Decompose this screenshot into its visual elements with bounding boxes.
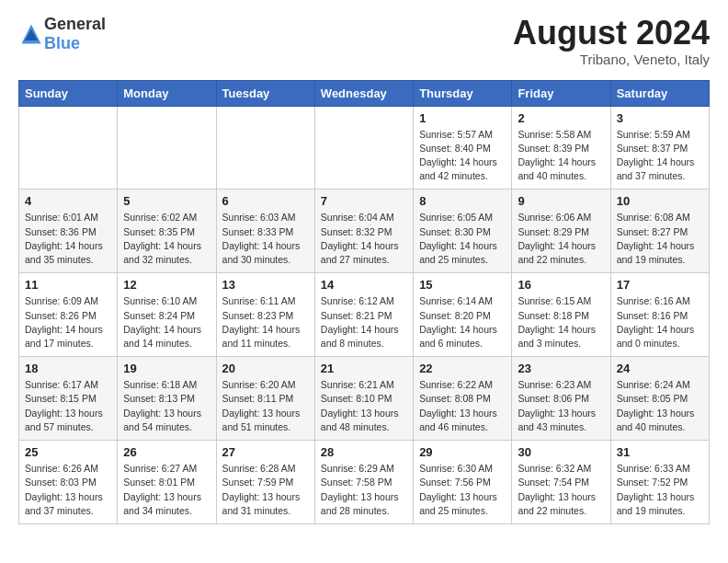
logo-icon — [18, 21, 44, 47]
day-info: Sunrise: 6:18 AM Sunset: 8:13 PM Dayligh… — [123, 378, 210, 434]
day-info: Sunrise: 6:17 AM Sunset: 8:15 PM Dayligh… — [25, 378, 111, 434]
day-info: Sunrise: 6:29 AM Sunset: 7:58 PM Dayligh… — [321, 462, 407, 518]
calendar-cell: 18Sunrise: 6:17 AM Sunset: 8:15 PM Dayli… — [19, 357, 118, 441]
weekday-header-sunday: Sunday — [19, 80, 118, 106]
day-number: 19 — [123, 362, 210, 375]
day-info: Sunrise: 6:11 AM Sunset: 8:23 PM Dayligh… — [222, 294, 309, 350]
day-number: 27 — [222, 445, 309, 459]
day-info: Sunrise: 6:23 AM Sunset: 8:06 PM Dayligh… — [518, 378, 604, 434]
day-number: 8 — [419, 194, 506, 208]
day-number: 13 — [222, 278, 309, 292]
calendar-cell: 5Sunrise: 6:02 AM Sunset: 8:35 PM Daylig… — [118, 190, 216, 273]
day-info: Sunrise: 6:22 AM Sunset: 8:08 PM Dayligh… — [419, 378, 506, 434]
calendar-cell: 2Sunrise: 5:58 AM Sunset: 8:39 PM Daylig… — [512, 106, 610, 190]
day-number: 17 — [617, 278, 703, 292]
calendar-cell — [216, 106, 314, 190]
month-year: August 2024 — [513, 15, 710, 52]
calendar-cell: 3Sunrise: 5:59 AM Sunset: 8:37 PM Daylig… — [610, 106, 709, 190]
weekday-header-monday: Monday — [118, 80, 216, 106]
day-info: Sunrise: 6:10 AM Sunset: 8:24 PM Dayligh… — [123, 294, 210, 350]
calendar-cell: 15Sunrise: 6:14 AM Sunset: 8:20 PM Dayli… — [414, 273, 512, 357]
header: General Blue August 2024 Tribano, Veneto… — [18, 15, 710, 67]
day-number: 31 — [617, 445, 703, 459]
calendar-cell: 23Sunrise: 6:23 AM Sunset: 8:06 PM Dayli… — [512, 357, 610, 441]
day-number: 12 — [123, 278, 210, 292]
day-info: Sunrise: 5:59 AM Sunset: 8:37 PM Dayligh… — [617, 128, 703, 184]
page: General Blue August 2024 Tribano, Veneto… — [0, 0, 728, 543]
title-block: August 2024 Tribano, Veneto, Italy — [513, 15, 710, 67]
calendar-cell: 24Sunrise: 6:24 AM Sunset: 8:05 PM Dayli… — [610, 357, 709, 441]
calendar-cell — [19, 106, 118, 190]
calendar-cell: 19Sunrise: 6:18 AM Sunset: 8:13 PM Dayli… — [118, 357, 216, 441]
logo: General Blue — [18, 15, 106, 53]
logo-blue: Blue — [44, 34, 80, 52]
logo-general: General — [44, 15, 106, 33]
day-info: Sunrise: 6:04 AM Sunset: 8:32 PM Dayligh… — [321, 211, 407, 267]
weekday-header-friday: Friday — [512, 80, 610, 106]
calendar-cell: 9Sunrise: 6:06 AM Sunset: 8:29 PM Daylig… — [512, 190, 610, 273]
calendar-week-2: 4Sunrise: 6:01 AM Sunset: 8:36 PM Daylig… — [19, 190, 710, 273]
calendar-cell: 16Sunrise: 6:15 AM Sunset: 8:18 PM Dayli… — [512, 273, 610, 357]
day-number: 2 — [518, 111, 604, 125]
day-info: Sunrise: 6:02 AM Sunset: 8:35 PM Dayligh… — [123, 211, 210, 267]
day-info: Sunrise: 6:03 AM Sunset: 8:33 PM Dayligh… — [222, 211, 309, 267]
calendar-cell: 4Sunrise: 6:01 AM Sunset: 8:36 PM Daylig… — [19, 190, 118, 273]
calendar-week-1: 1Sunrise: 5:57 AM Sunset: 8:40 PM Daylig… — [19, 106, 710, 190]
calendar-header-row: SundayMondayTuesdayWednesdayThursdayFrid… — [19, 80, 710, 106]
day-number: 14 — [321, 278, 407, 292]
day-info: Sunrise: 6:05 AM Sunset: 8:30 PM Dayligh… — [419, 211, 506, 267]
day-info: Sunrise: 6:26 AM Sunset: 8:03 PM Dayligh… — [25, 462, 111, 518]
day-number: 6 — [222, 194, 309, 208]
day-number: 22 — [419, 362, 506, 375]
calendar-week-3: 11Sunrise: 6:09 AM Sunset: 8:26 PM Dayli… — [19, 273, 710, 357]
day-number: 21 — [321, 362, 407, 375]
day-number: 26 — [123, 445, 210, 459]
calendar-cell: 28Sunrise: 6:29 AM Sunset: 7:58 PM Dayli… — [314, 441, 413, 524]
weekday-header-wednesday: Wednesday — [314, 80, 413, 106]
calendar-cell: 20Sunrise: 6:20 AM Sunset: 8:11 PM Dayli… — [216, 357, 314, 441]
calendar-cell: 30Sunrise: 6:32 AM Sunset: 7:54 PM Dayli… — [512, 441, 610, 524]
weekday-header-saturday: Saturday — [610, 80, 709, 106]
calendar-cell: 7Sunrise: 6:04 AM Sunset: 8:32 PM Daylig… — [314, 190, 413, 273]
calendar-cell: 13Sunrise: 6:11 AM Sunset: 8:23 PM Dayli… — [216, 273, 314, 357]
calendar-table: SundayMondayTuesdayWednesdayThursdayFrid… — [18, 80, 710, 524]
calendar-cell: 26Sunrise: 6:27 AM Sunset: 8:01 PM Dayli… — [118, 441, 216, 524]
day-info: Sunrise: 6:32 AM Sunset: 7:54 PM Dayligh… — [518, 462, 604, 518]
day-number: 28 — [321, 445, 407, 459]
calendar-cell: 8Sunrise: 6:05 AM Sunset: 8:30 PM Daylig… — [414, 190, 512, 273]
calendar-cell: 27Sunrise: 6:28 AM Sunset: 7:59 PM Dayli… — [216, 441, 314, 524]
day-number: 30 — [518, 445, 604, 459]
day-info: Sunrise: 6:15 AM Sunset: 8:18 PM Dayligh… — [518, 294, 604, 350]
day-number: 20 — [222, 362, 309, 375]
day-info: Sunrise: 6:27 AM Sunset: 8:01 PM Dayligh… — [123, 462, 210, 518]
day-info: Sunrise: 6:20 AM Sunset: 8:11 PM Dayligh… — [222, 378, 309, 434]
day-number: 1 — [419, 111, 506, 125]
day-number: 15 — [419, 278, 506, 292]
calendar-week-5: 25Sunrise: 6:26 AM Sunset: 8:03 PM Dayli… — [19, 441, 710, 524]
day-info: Sunrise: 6:14 AM Sunset: 8:20 PM Dayligh… — [419, 294, 506, 350]
calendar-cell: 14Sunrise: 6:12 AM Sunset: 8:21 PM Dayli… — [314, 273, 413, 357]
day-info: Sunrise: 6:12 AM Sunset: 8:21 PM Dayligh… — [321, 294, 407, 350]
day-number: 7 — [321, 194, 407, 208]
calendar-cell: 29Sunrise: 6:30 AM Sunset: 7:56 PM Dayli… — [414, 441, 512, 524]
calendar-cell: 31Sunrise: 6:33 AM Sunset: 7:52 PM Dayli… — [610, 441, 709, 524]
calendar-cell: 11Sunrise: 6:09 AM Sunset: 8:26 PM Dayli… — [19, 273, 118, 357]
day-number: 29 — [419, 445, 506, 459]
calendar-cell — [314, 106, 413, 190]
day-info: Sunrise: 6:21 AM Sunset: 8:10 PM Dayligh… — [321, 378, 407, 434]
day-info: Sunrise: 6:24 AM Sunset: 8:05 PM Dayligh… — [617, 378, 703, 434]
day-info: Sunrise: 6:30 AM Sunset: 7:56 PM Dayligh… — [419, 462, 506, 518]
calendar-cell: 22Sunrise: 6:22 AM Sunset: 8:08 PM Dayli… — [414, 357, 512, 441]
day-info: Sunrise: 6:33 AM Sunset: 7:52 PM Dayligh… — [617, 462, 703, 518]
weekday-header-tuesday: Tuesday — [216, 80, 314, 106]
day-number: 4 — [25, 194, 111, 208]
day-info: Sunrise: 6:01 AM Sunset: 8:36 PM Dayligh… — [25, 211, 111, 267]
day-number: 5 — [123, 194, 210, 208]
day-info: Sunrise: 6:09 AM Sunset: 8:26 PM Dayligh… — [25, 294, 111, 350]
day-number: 16 — [518, 278, 604, 292]
calendar-cell: 6Sunrise: 6:03 AM Sunset: 8:33 PM Daylig… — [216, 190, 314, 273]
day-number: 23 — [518, 362, 604, 375]
day-number: 9 — [518, 194, 604, 208]
day-info: Sunrise: 6:08 AM Sunset: 8:27 PM Dayligh… — [617, 211, 703, 267]
day-info: Sunrise: 5:57 AM Sunset: 8:40 PM Dayligh… — [419, 128, 506, 184]
